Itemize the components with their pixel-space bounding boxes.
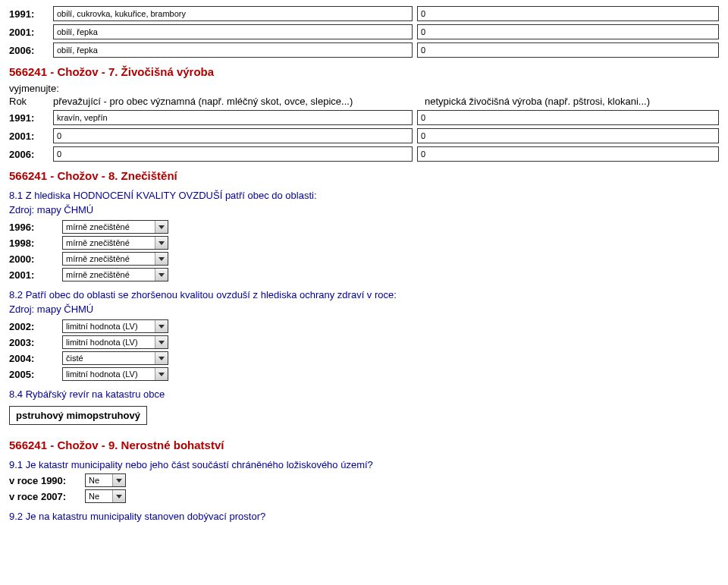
deposit-dropdown[interactable]: Ne (85, 473, 126, 487)
source-text: Zdroj: mapy ČHMÚ (9, 304, 719, 315)
crop-text-field[interactable]: obilí, řepka (53, 42, 413, 58)
air-quality-dropdown[interactable]: limitní hodnota (LV) (62, 367, 168, 381)
livestock-value-field[interactable]: 0 (417, 110, 719, 125)
svg-marker-8 (116, 479, 122, 483)
air-quality-dropdown[interactable]: limitní hodnota (LV) (62, 335, 168, 349)
svg-marker-4 (158, 325, 165, 329)
question-8-1: 8.1 Z hlediska HODNOCENÍ KVALITY OVZDUŠÍ… (9, 190, 719, 201)
dropdown-value: mírně znečištěné (66, 254, 130, 263)
chevron-down-icon (155, 368, 168, 380)
year-label: 2001: (9, 269, 62, 281)
question-8-2: 8.2 Patří obec do oblasti se zhoršenou k… (9, 289, 719, 300)
deposit-dropdown[interactable]: Ne (85, 489, 126, 503)
question-8-4: 8.4 Rybářský revír na katastru obce (9, 388, 719, 400)
svg-marker-1 (158, 241, 165, 245)
year-label: v roce 1990: (9, 475, 85, 486)
deposit-row: v roce 2007: Ne (9, 489, 719, 503)
year-label: 2006: (9, 45, 53, 56)
dropdown-value: Ne (89, 476, 99, 485)
year-label: 2002: (9, 321, 62, 332)
air-quality-row: 2005: limitní hodnota (LV) (9, 367, 719, 381)
year-label: 1998: (9, 237, 62, 249)
instruction-text: vyjmenujte: (9, 83, 719, 94)
pollution-dropdown[interactable]: mírně znečištěné (62, 236, 168, 250)
svg-marker-7 (158, 373, 165, 376)
air-quality-row: 2003: limitní hodnota (LV) (9, 335, 719, 349)
fishing-box: pstruhový mimopstruhový (9, 406, 147, 425)
year-label: 2001: (9, 131, 53, 142)
year-label: 1991: (9, 8, 53, 20)
dropdown-value: limitní hodnota (LV) (66, 338, 138, 347)
chevron-down-icon (155, 221, 168, 233)
livestock-text-field[interactable]: 0 (53, 146, 413, 162)
crop-row: 2001: obilí, řepka 0 (9, 24, 719, 39)
pollution-dropdown[interactable]: mírně znečištěné (62, 252, 168, 266)
chevron-down-icon (155, 352, 168, 364)
year-label: 2005: (9, 369, 62, 380)
section-8-title: 566241 - Chožov - 8. Znečištění (9, 169, 719, 182)
dropdown-value: mírně znečištěné (66, 222, 130, 231)
crop-value-field[interactable]: 0 (417, 42, 719, 58)
svg-marker-3 (158, 273, 165, 277)
livestock-value-field[interactable]: 0 (417, 146, 719, 162)
svg-marker-2 (158, 257, 165, 261)
deposit-row: v roce 1990: Ne (9, 473, 719, 487)
dropdown-value: čisté (66, 354, 83, 363)
fishing-options: pstruhový mimopstruhový (16, 410, 140, 421)
air-quality-row: 2004: čisté (9, 351, 719, 365)
col-header-year: Rok (9, 96, 53, 107)
livestock-text-field[interactable]: kravín, vepřín (53, 110, 413, 125)
pollution-dropdown[interactable]: mírně znečištěné (62, 268, 168, 281)
chevron-down-icon (155, 269, 168, 281)
pollution-row: 1996: mírně znečištěné (9, 220, 719, 234)
year-label: 2001: (9, 27, 53, 38)
col-header-main: převažující - pro obec významná (např. m… (53, 96, 420, 107)
crop-value-field[interactable]: 0 (417, 24, 719, 39)
pollution-dropdown[interactable]: mírně znečištěné (62, 220, 168, 234)
section-7-title: 566241 - Chožov - 7. Živočišná výroba (9, 65, 719, 78)
crop-text-field[interactable]: obilí, řepka (53, 24, 413, 39)
svg-marker-0 (158, 225, 165, 229)
crop-value-field[interactable]: 0 (417, 6, 719, 21)
col-header-atypical: netypická živočišná výroba (např. pštros… (425, 96, 719, 107)
question-9-1: 9.1 Je katastr municipality nebo jeho čá… (9, 459, 719, 470)
chevron-down-icon (112, 474, 125, 486)
pollution-row: 1998: mírně znečištěné (9, 236, 719, 250)
svg-marker-5 (158, 341, 165, 344)
dropdown-value: limitní hodnota (LV) (66, 370, 138, 379)
pollution-row: 2000: mírně znečištěné (9, 252, 719, 266)
svg-marker-6 (158, 357, 165, 360)
year-label: 2000: (9, 253, 62, 265)
year-label: 2006: (9, 149, 53, 160)
crop-row: 2006: obilí, řepka 0 (9, 42, 719, 58)
column-headers: Rok převažující - pro obec významná (nap… (9, 96, 719, 107)
chevron-down-icon (155, 320, 168, 332)
livestock-text-field[interactable]: 0 (53, 128, 413, 143)
livestock-row: 1991: kravín, vepřín 0 (9, 110, 719, 125)
year-label: 2003: (9, 337, 62, 348)
chevron-down-icon (112, 490, 125, 502)
crop-text-field[interactable]: obilí, cukrovka, kukuřice, brambory (53, 6, 413, 21)
year-label: 2004: (9, 353, 62, 364)
chevron-down-icon (155, 237, 168, 249)
chevron-down-icon (155, 253, 168, 265)
air-quality-dropdown[interactable]: limitní hodnota (LV) (62, 319, 168, 333)
year-label: 1991: (9, 112, 53, 124)
crop-row: 1991: obilí, cukrovka, kukuřice, brambor… (9, 6, 719, 21)
livestock-row: 2001: 0 0 (9, 128, 719, 143)
dropdown-value: limitní hodnota (LV) (66, 322, 138, 331)
year-label: v roce 2007: (9, 491, 85, 502)
dropdown-value: mírně znečištěné (66, 270, 130, 279)
section-9-title: 566241 - Chožov - 9. Nerostné bohatství (9, 439, 719, 451)
svg-marker-9 (116, 495, 122, 499)
livestock-row: 2006: 0 0 (9, 146, 719, 162)
chevron-down-icon (155, 336, 168, 348)
pollution-row: 2001: mírně znečištěné (9, 268, 719, 281)
air-quality-row: 2002: limitní hodnota (LV) (9, 319, 719, 333)
source-text: Zdroj: mapy ČHMÚ (9, 204, 719, 215)
dropdown-value: Ne (89, 492, 99, 501)
year-label: 1996: (9, 222, 62, 233)
question-9-2: 9.2 Je na katastru municipality stanoven… (9, 511, 719, 522)
air-quality-dropdown[interactable]: čisté (62, 351, 168, 365)
livestock-value-field[interactable]: 0 (417, 128, 719, 143)
